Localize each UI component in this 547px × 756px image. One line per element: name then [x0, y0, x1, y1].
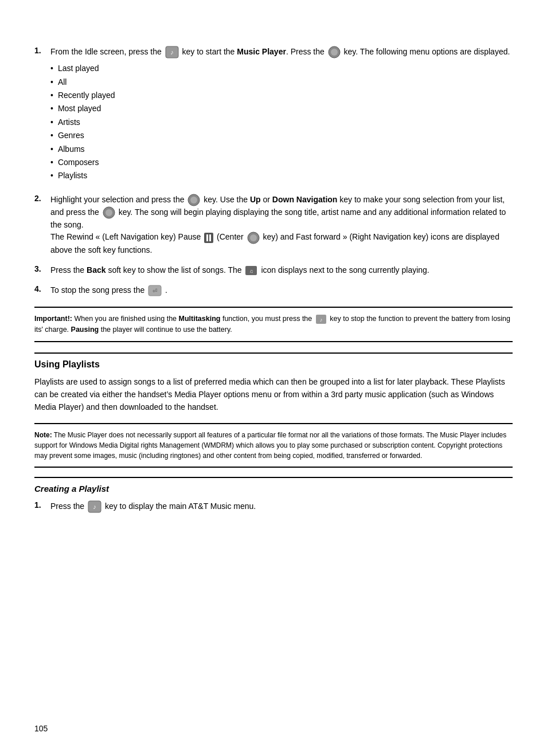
svg-rect-9	[209, 234, 211, 241]
svg-text:⏎: ⏎	[153, 288, 157, 294]
bullet-all: All	[50, 76, 513, 88]
svg-point-3	[331, 49, 338, 56]
step-4-item: 4. To stop the song press the ⏎ .	[34, 284, 513, 296]
bullet-artists: Artists	[50, 116, 513, 128]
step-4-number: 4.	[34, 284, 50, 293]
bullet-albums: Albums	[50, 143, 513, 155]
svg-text:♪: ♪	[320, 317, 323, 323]
circle-key-icon-2	[187, 194, 200, 206]
pause-icon	[204, 233, 213, 243]
circle-key-icon	[328, 46, 341, 58]
creating-playlist-step-1-number: 1.	[34, 500, 50, 510]
bullet-most-played: Most played	[50, 102, 513, 115]
now-playing-icon: ♫	[245, 265, 257, 276]
svg-text:♪: ♪	[170, 49, 174, 56]
creating-playlist-section: Creating a Playlist 1. Press the ♪ key t…	[34, 484, 513, 513]
step-1-content: From the Idle screen, press the ♪ key to…	[50, 46, 513, 186]
important-box: Important!: When you are finished using …	[34, 307, 513, 342]
step-3-item: 3. Press the Back soft key to show the l…	[34, 264, 513, 276]
step-1-item: 1. From the Idle screen, press the ♪ key…	[34, 46, 513, 186]
creating-playlist-steps: 1. Press the ♪ key to display the main A…	[34, 500, 513, 513]
step-1-number: 1.	[34, 46, 50, 55]
step-3-content: Press the Back soft key to show the list…	[50, 264, 513, 276]
step-2-item: 2. Highlight your selection and press th…	[34, 194, 513, 256]
step-1-text: From the Idle screen, press the ♪ key to…	[50, 47, 510, 56]
step-4-content: To stop the song press the ⏎ .	[50, 284, 513, 296]
svg-point-7	[106, 209, 112, 216]
step-2-content: Highlight your selection and press the k…	[50, 194, 513, 256]
bullet-recently-played: Recently played	[50, 89, 513, 101]
svg-text:♫: ♫	[249, 268, 253, 274]
circle-key-icon-4	[247, 232, 260, 244]
step-3-number: 3.	[34, 264, 50, 273]
svg-rect-8	[206, 234, 208, 241]
section-divider-2	[34, 477, 513, 478]
menu-options-list: Last played All Recently played Most pla…	[50, 62, 513, 182]
step-2-number: 2.	[34, 194, 50, 203]
creating-playlist-title: Creating a Playlist	[34, 484, 513, 493]
main-numbered-list: 1. From the Idle screen, press the ♪ key…	[34, 46, 513, 296]
using-playlists-title: Using Playlists	[34, 359, 513, 370]
bullet-genres: Genres	[50, 129, 513, 142]
important-content: Important!: When you are finished using …	[34, 314, 513, 335]
music-key-icon: ♪	[165, 46, 179, 58]
note-box: Note: The Music Player does not necessar…	[34, 423, 513, 468]
bullet-composers: Composers	[50, 156, 513, 169]
music-key-icon-important: ♪	[315, 314, 327, 324]
music-key-icon-playlist: ♪	[88, 500, 101, 513]
circle-key-icon-3	[103, 206, 115, 219]
stop-key-icon: ⏎	[148, 285, 162, 296]
using-playlists-section: Using Playlists Playlists are used to as…	[34, 359, 513, 414]
using-playlists-text: Playlists are used to assign songs to a …	[34, 375, 513, 414]
bullet-playlists: Playlists	[50, 169, 513, 182]
creating-playlist-step-1-content: Press the ♪ key to display the main AT&T…	[50, 500, 513, 513]
creating-playlist-step-1: 1. Press the ♪ key to display the main A…	[34, 500, 513, 513]
svg-point-5	[190, 197, 197, 203]
bullet-last-played: Last played	[50, 62, 513, 75]
page: 1. From the Idle screen, press the ♪ key…	[0, 0, 547, 756]
step-2-text: Highlight your selection and press the k…	[50, 195, 506, 254]
page-number: 105	[34, 724, 48, 733]
step-4-text: To stop the song press the ⏎ .	[50, 285, 167, 295]
svg-text:♪: ♪	[93, 503, 96, 510]
svg-point-11	[250, 234, 257, 241]
section-divider-1	[34, 352, 513, 354]
step-3-text: Press the Back soft key to show the list…	[50, 265, 429, 275]
